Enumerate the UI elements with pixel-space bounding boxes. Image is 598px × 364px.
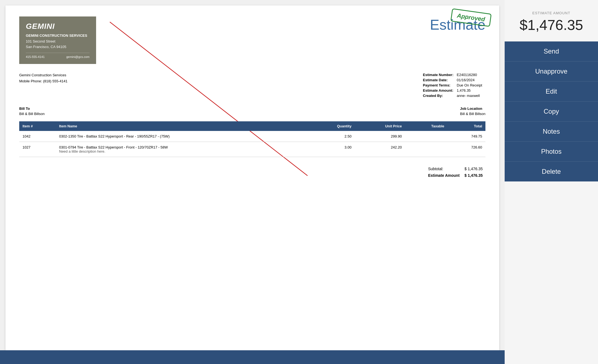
company-email: gemini@gcs.com <box>66 55 90 58</box>
item-num-2: 1027 <box>19 142 56 157</box>
item-price-2: 242.20 <box>355 142 405 157</box>
company-short-name: GEMINI <box>26 22 90 31</box>
job-location-section: Job Location Bill & Bill Billson <box>460 107 485 116</box>
notes-button[interactable]: Notes <box>505 122 598 142</box>
estimate-total-label: Estimate Amount <box>426 172 462 178</box>
col-unit-price: Unit Price <box>355 121 405 131</box>
send-button[interactable]: Send <box>505 41 598 61</box>
created-by-label: Created By: <box>423 93 457 98</box>
subtotal-value: $ 1,476.35 <box>462 166 485 172</box>
table-row: 1042 0302-1350 Tire - Battlax S22 Hypers… <box>19 131 485 142</box>
item-num-1: 1042 <box>19 131 56 142</box>
created-by-value: anne- maxwell <box>457 93 486 98</box>
bill-to-label: Bill To <box>19 107 44 111</box>
totals-section: Subtotal: $ 1,476.35 Estimate Amount $ 1… <box>19 165 485 179</box>
company-logo-box: GEMINI GEMINI CONSTRUCTION SERVICES 101 … <box>19 16 96 64</box>
col-item-num: Item # <box>19 121 56 131</box>
col-item-name: Item Name <box>56 121 309 131</box>
estimate-details: Estimate Number: E240116280 Estimate Dat… <box>423 72 485 98</box>
company-contact: 415-555-4141 gemini@gcs.com <box>26 53 90 58</box>
item-total-1: 749.75 <box>448 131 485 142</box>
sidebar-amount-value: $1,476.35 <box>510 17 593 33</box>
estimate-amount-row: Estimate Amount $ 1,476.35 <box>426 172 485 178</box>
subtotal-label: Subtotal: <box>426 166 462 172</box>
col-total: Total <box>448 121 485 131</box>
unapprove-button[interactable]: Unapprove <box>505 61 598 82</box>
job-location-label: Job Location <box>460 107 485 111</box>
estimate-number-value: E240116280 <box>457 72 486 77</box>
sidebar-estimate-amount: ESTIMATE AMOUNT $1,476.35 <box>505 5 598 41</box>
items-table: Item # Item Name Quantity Unit Price Tax… <box>19 121 485 157</box>
col-quantity: Quantity <box>309 121 355 131</box>
bill-to-section: Bill To Bill & Bill Billson <box>19 107 44 116</box>
subtotal-row: Subtotal: $ 1,476.35 <box>426 166 485 172</box>
item-name-2: 0301-0794 Tire - Battlax S22 Hypersport … <box>56 142 309 157</box>
company-phone: 415-555-4141 <box>26 55 45 58</box>
estimate-number-label: Estimate Number: <box>423 72 457 77</box>
col-taxable: Taxable <box>405 121 448 131</box>
estimate-amount-label: Estimate Amount: <box>423 88 457 93</box>
item-total-2: 726.60 <box>448 142 485 157</box>
photos-button[interactable]: Photos <box>505 142 598 162</box>
edit-button[interactable]: Edit <box>505 82 598 102</box>
item-taxable-2 <box>405 142 448 157</box>
action-buttons: Send Unapprove Edit Copy Notes Photos De… <box>505 41 598 181</box>
client-info: Gemini Construction Services Mobile Phon… <box>19 72 68 98</box>
item-name-1: 0302-1350 Tire - Battlax S22 Hypersport … <box>56 131 309 142</box>
right-sidebar: ESTIMATE AMOUNT $1,476.35 Send Unapprove… <box>505 0 598 364</box>
payment-terms-label: Payment Terms: <box>423 83 457 88</box>
item-qty-1: 2.50 <box>309 131 355 142</box>
copy-button[interactable]: Copy <box>505 102 598 122</box>
client-phone: Mobile Phone: (818) 555-4141 <box>19 78 68 84</box>
client-company: Gemini Construction Services <box>19 72 68 78</box>
item-price-1: 299.90 <box>355 131 405 142</box>
job-location-name: Bill & Bill Billson <box>460 112 485 116</box>
company-address: 101 Second Street San Francisco, CA 9410… <box>26 39 90 49</box>
item-taxable-1 <box>405 131 448 142</box>
item-qty-2: 3.00 <box>309 142 355 157</box>
estimate-title-area: Estimate Approved <box>430 16 485 33</box>
bill-to-name: Bill & Bill Billson <box>19 112 44 116</box>
company-full-name: GEMINI CONSTRUCTION SERVICES <box>26 33 90 38</box>
payment-terms-value: Due On Receipt <box>457 83 486 88</box>
delete-button[interactable]: Delete <box>505 162 598 181</box>
sidebar-amount-label: ESTIMATE AMOUNT <box>510 11 593 15</box>
table-row: 1027 0301-0794 Tire - Battlax S22 Hypers… <box>19 142 485 157</box>
estimate-amount-value: 1,476.35 <box>457 88 486 93</box>
bottom-bar <box>0 350 505 364</box>
estimate-date-label: Estimate Date: <box>423 77 457 83</box>
estimate-total-value: $ 1,476.35 <box>462 172 485 178</box>
estimate-date-value: 01/16/2024 <box>457 77 486 83</box>
